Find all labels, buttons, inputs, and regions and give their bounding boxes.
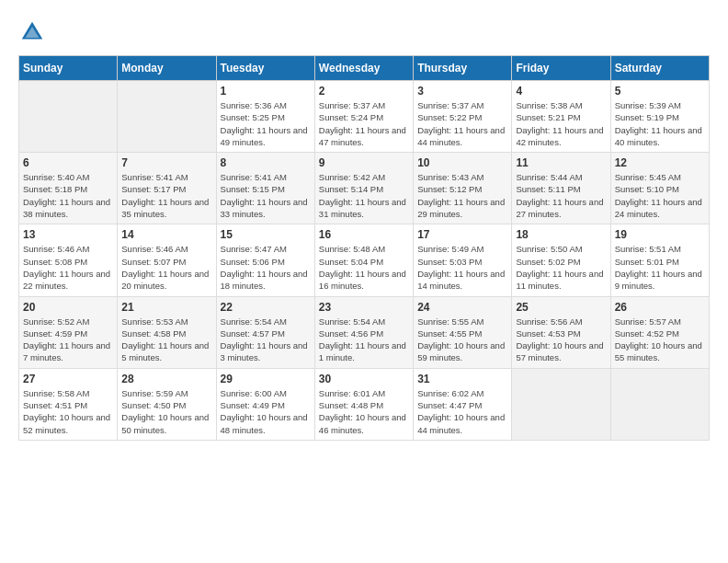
day-content: Sunrise: 5:53 AM Sunset: 4:58 PM Dayligh… — [121, 316, 211, 364]
day-content: Sunrise: 5:41 AM Sunset: 5:15 PM Dayligh… — [221, 171, 311, 220]
day-content: Sunrise: 5:51 AM Sunset: 5:01 PM Dayligh… — [615, 243, 705, 292]
day-header-monday: Monday — [118, 56, 216, 81]
day-header-friday: Friday — [512, 56, 610, 81]
day-number: 21 — [121, 301, 211, 314]
logo-icon — [18, 18, 46, 46]
day-content: Sunrise: 5:47 AM Sunset: 5:06 PM Dayligh… — [221, 243, 311, 292]
day-content: Sunrise: 5:49 AM Sunset: 5:03 PM Dayligh… — [417, 243, 507, 292]
day-number: 4 — [516, 85, 606, 98]
day-content: Sunrise: 5:58 AM Sunset: 4:51 PM Dayligh… — [23, 387, 113, 436]
calendar-cell: 25Sunrise: 5:56 AM Sunset: 4:53 PM Dayli… — [512, 296, 610, 368]
day-header-tuesday: Tuesday — [216, 56, 314, 81]
calendar-cell: 10Sunrise: 5:43 AM Sunset: 5:12 PM Dayli… — [414, 153, 512, 224]
calendar-cell: 18Sunrise: 5:50 AM Sunset: 5:02 PM Dayli… — [512, 224, 610, 296]
day-content: Sunrise: 5:54 AM Sunset: 4:57 PM Dayligh… — [221, 316, 311, 364]
calendar-cell: 21Sunrise: 5:53 AM Sunset: 4:58 PM Dayli… — [118, 296, 216, 368]
calendar-cell — [610, 368, 709, 440]
day-number: 3 — [417, 85, 507, 98]
day-content: Sunrise: 5:59 AM Sunset: 4:50 PM Dayligh… — [121, 387, 211, 436]
day-content: Sunrise: 5:37 AM Sunset: 5:22 PM Dayligh… — [417, 99, 507, 148]
day-number: 8 — [221, 156, 311, 169]
day-number: 25 — [516, 301, 606, 314]
day-number: 28 — [121, 373, 211, 385]
calendar-cell: 11Sunrise: 5:44 AM Sunset: 5:11 PM Dayli… — [512, 153, 610, 224]
day-header-sunday: Sunday — [19, 56, 118, 81]
day-content: Sunrise: 5:38 AM Sunset: 5:21 PM Dayligh… — [516, 99, 606, 148]
calendar-cell: 16Sunrise: 5:48 AM Sunset: 5:04 PM Dayli… — [314, 224, 413, 296]
day-number: 12 — [615, 156, 705, 169]
calendar-week-row: 1Sunrise: 5:36 AM Sunset: 5:25 PM Daylig… — [19, 81, 710, 153]
day-content: Sunrise: 5:56 AM Sunset: 4:53 PM Dayligh… — [516, 316, 606, 364]
day-content: Sunrise: 5:43 AM Sunset: 5:12 PM Dayligh… — [417, 171, 507, 220]
calendar-week-row: 20Sunrise: 5:52 AM Sunset: 4:59 PM Dayli… — [19, 296, 710, 368]
day-content: Sunrise: 5:55 AM Sunset: 4:55 PM Dayligh… — [417, 316, 507, 364]
day-content: Sunrise: 5:45 AM Sunset: 5:10 PM Dayligh… — [615, 171, 705, 220]
day-number: 17 — [417, 228, 507, 241]
calendar-week-row: 13Sunrise: 5:46 AM Sunset: 5:08 PM Dayli… — [19, 224, 710, 296]
calendar-cell: 5Sunrise: 5:39 AM Sunset: 5:19 PM Daylig… — [610, 81, 709, 153]
calendar-cell: 29Sunrise: 6:00 AM Sunset: 4:49 PM Dayli… — [216, 368, 314, 440]
day-number: 27 — [23, 373, 113, 385]
calendar-cell: 27Sunrise: 5:58 AM Sunset: 4:51 PM Dayli… — [19, 368, 118, 440]
day-number: 22 — [221, 301, 311, 314]
day-content: Sunrise: 5:46 AM Sunset: 5:07 PM Dayligh… — [121, 243, 211, 292]
calendar-cell: 14Sunrise: 5:46 AM Sunset: 5:07 PM Dayli… — [118, 224, 216, 296]
day-number: 15 — [221, 228, 311, 241]
day-number: 23 — [319, 301, 409, 314]
logo — [18, 18, 50, 46]
day-content: Sunrise: 6:00 AM Sunset: 4:49 PM Dayligh… — [221, 387, 311, 436]
day-header-wednesday: Wednesday — [314, 56, 413, 81]
calendar-cell: 20Sunrise: 5:52 AM Sunset: 4:59 PM Dayli… — [19, 296, 118, 368]
day-content: Sunrise: 5:39 AM Sunset: 5:19 PM Dayligh… — [615, 99, 705, 148]
calendar-cell: 3Sunrise: 5:37 AM Sunset: 5:22 PM Daylig… — [414, 81, 512, 153]
calendar-cell: 30Sunrise: 6:01 AM Sunset: 4:48 PM Dayli… — [314, 368, 413, 440]
day-content: Sunrise: 5:46 AM Sunset: 5:08 PM Dayligh… — [23, 243, 113, 292]
day-content: Sunrise: 5:48 AM Sunset: 5:04 PM Dayligh… — [319, 243, 409, 292]
day-number: 29 — [221, 373, 311, 385]
calendar-cell: 28Sunrise: 5:59 AM Sunset: 4:50 PM Dayli… — [118, 368, 216, 440]
day-content: Sunrise: 5:44 AM Sunset: 5:11 PM Dayligh… — [516, 171, 606, 220]
day-number: 30 — [319, 373, 409, 385]
day-number: 1 — [221, 85, 311, 98]
calendar-cell: 2Sunrise: 5:37 AM Sunset: 5:24 PM Daylig… — [314, 81, 413, 153]
day-content: Sunrise: 5:40 AM Sunset: 5:18 PM Dayligh… — [23, 171, 113, 220]
day-content: Sunrise: 5:36 AM Sunset: 5:25 PM Dayligh… — [221, 99, 311, 148]
calendar-cell — [19, 81, 118, 153]
calendar-cell — [512, 368, 610, 440]
calendar-cell: 17Sunrise: 5:49 AM Sunset: 5:03 PM Dayli… — [414, 224, 512, 296]
calendar-cell: 22Sunrise: 5:54 AM Sunset: 4:57 PM Dayli… — [216, 296, 314, 368]
calendar-cell: 31Sunrise: 6:02 AM Sunset: 4:47 PM Dayli… — [414, 368, 512, 440]
day-content: Sunrise: 5:52 AM Sunset: 4:59 PM Dayligh… — [23, 316, 113, 364]
calendar-header-row: SundayMondayTuesdayWednesdayThursdayFrid… — [19, 56, 710, 81]
day-content: Sunrise: 5:41 AM Sunset: 5:17 PM Dayligh… — [121, 171, 211, 220]
calendar-week-row: 6Sunrise: 5:40 AM Sunset: 5:18 PM Daylig… — [19, 153, 710, 224]
calendar-cell: 19Sunrise: 5:51 AM Sunset: 5:01 PM Dayli… — [610, 224, 709, 296]
day-content: Sunrise: 6:01 AM Sunset: 4:48 PM Dayligh… — [319, 387, 409, 436]
day-content: Sunrise: 6:02 AM Sunset: 4:47 PM Dayligh… — [417, 387, 507, 436]
day-number: 19 — [615, 228, 705, 241]
day-header-saturday: Saturday — [610, 56, 709, 81]
day-content: Sunrise: 5:50 AM Sunset: 5:02 PM Dayligh… — [516, 243, 606, 292]
day-number: 7 — [121, 156, 211, 169]
day-header-thursday: Thursday — [414, 56, 512, 81]
calendar-cell: 1Sunrise: 5:36 AM Sunset: 5:25 PM Daylig… — [216, 81, 314, 153]
day-content: Sunrise: 5:37 AM Sunset: 5:24 PM Dayligh… — [319, 99, 409, 148]
day-number: 13 — [23, 228, 113, 241]
day-number: 2 — [319, 85, 409, 98]
calendar-cell: 23Sunrise: 5:54 AM Sunset: 4:56 PM Dayli… — [314, 296, 413, 368]
day-content: Sunrise: 5:54 AM Sunset: 4:56 PM Dayligh… — [319, 316, 409, 364]
calendar-cell: 15Sunrise: 5:47 AM Sunset: 5:06 PM Dayli… — [216, 224, 314, 296]
calendar-cell: 12Sunrise: 5:45 AM Sunset: 5:10 PM Dayli… — [610, 153, 709, 224]
day-content: Sunrise: 5:57 AM Sunset: 4:52 PM Dayligh… — [615, 316, 705, 364]
calendar-cell — [118, 81, 216, 153]
calendar-cell: 13Sunrise: 5:46 AM Sunset: 5:08 PM Dayli… — [19, 224, 118, 296]
day-number: 26 — [615, 301, 705, 314]
day-number: 31 — [417, 373, 507, 385]
day-number: 11 — [516, 156, 606, 169]
calendar-cell: 24Sunrise: 5:55 AM Sunset: 4:55 PM Dayli… — [414, 296, 512, 368]
calendar-cell: 26Sunrise: 5:57 AM Sunset: 4:52 PM Dayli… — [610, 296, 709, 368]
day-number: 24 — [417, 301, 507, 314]
day-number: 14 — [121, 228, 211, 241]
calendar-cell: 8Sunrise: 5:41 AM Sunset: 5:15 PM Daylig… — [216, 153, 314, 224]
calendar-cell: 4Sunrise: 5:38 AM Sunset: 5:21 PM Daylig… — [512, 81, 610, 153]
